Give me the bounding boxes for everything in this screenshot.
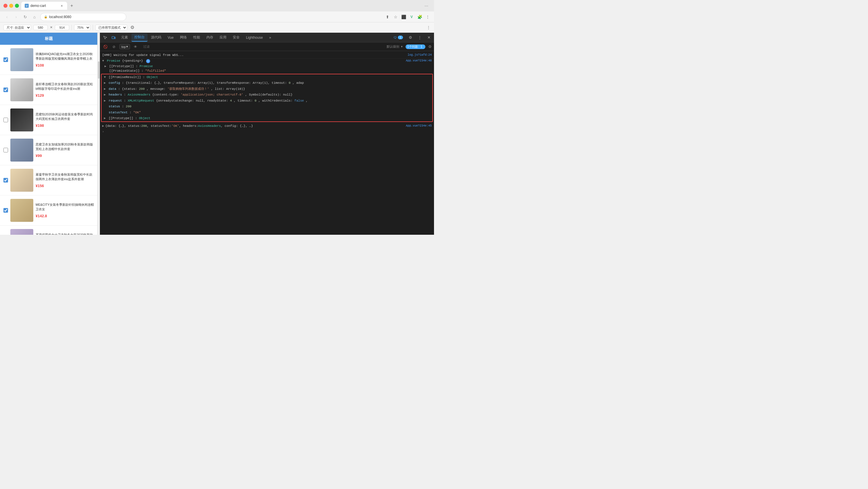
address-bar[interactable]: 🔒 localhost:8080: [40, 13, 126, 21]
console-settings-icon[interactable]: ⚙: [428, 44, 432, 49]
home-button[interactable]: ⌂: [31, 13, 38, 20]
tab-vue[interactable]: Vue: [165, 34, 177, 42]
size-select[interactable]: 尺寸: 自适应: [3, 25, 31, 30]
prototype-expand-icon[interactable]: ▶: [104, 64, 107, 68]
tab-memory[interactable]: 内存: [204, 34, 216, 42]
zoom-select[interactable]: 75%: [74, 25, 90, 30]
config-line: ▶ config : {transitional: {…}, transform…: [102, 80, 432, 86]
devtools-close-icon[interactable]: ✕: [425, 34, 433, 42]
tab-sources[interactable]: 源代码: [148, 34, 164, 42]
product-image-3: [10, 108, 33, 131]
product-item: 嘉轩希连帽卫衣女春秋薄款2020新款宽松bf韩版字母印花中长款外套ins潮 ¥1…: [0, 75, 97, 105]
device-emulation-icon[interactable]: [110, 34, 118, 42]
clear-console-icon[interactable]: 🚫: [102, 44, 108, 50]
hmr-text: [HMR] Waiting for update signal from WDS…: [102, 53, 405, 58]
product-price-6: ¥142.8: [36, 214, 94, 218]
maximize-button[interactable]: [15, 4, 19, 8]
extensions2-icon[interactable]: 🧩: [417, 14, 423, 20]
product-checkbox-4[interactable]: [3, 148, 8, 152]
expand-icon-final[interactable]: ▶: [102, 124, 104, 129]
product-checkbox-1[interactable]: [3, 57, 8, 62]
request-value: {onreadystatechange: null, readyState:: [156, 99, 230, 102]
close-button[interactable]: [3, 4, 7, 8]
request-expand-icon[interactable]: ▶: [104, 98, 107, 103]
request-line: ▶ request : XMLHttpRequest {onreadystate…: [102, 98, 432, 104]
data-line: ▶ data : {status: 200 , message: '获取购物车列…: [102, 86, 432, 92]
lock-icon: 🔒: [44, 15, 48, 19]
width-input[interactable]: [33, 25, 48, 30]
product-name-2: 嘉轩希连帽卫衣女春秋薄款2020新款宽松bf韩版字母印花中长款外套ins潮: [36, 82, 94, 91]
share-icon[interactable]: ⬆: [384, 14, 391, 20]
scrollbar[interactable]: [98, 33, 100, 235]
tab-console[interactable]: 控制台: [131, 34, 148, 42]
tab-lighthouse[interactable]: Lighthouse: [243, 34, 266, 42]
dimension-separator: ✕: [50, 26, 53, 29]
headers-rest: , Symbol(defaults): null}: [245, 93, 292, 96]
proto2-expand-icon[interactable]: ▶: [104, 116, 107, 121]
sensor-icon[interactable]: ⚙: [129, 25, 135, 30]
address-text: localhost:8080: [49, 15, 71, 19]
minimize-button[interactable]: [9, 4, 13, 8]
product-info-1: 班佩BANQIAO超光ins潮卫衣女士2020秋季新款韩版宽松慵懒风薄款外套带帽…: [36, 52, 94, 67]
svg-rect-0: [112, 36, 114, 39]
tab-security[interactable]: 安全: [230, 34, 243, 42]
menu-icon[interactable]: ⋮: [425, 14, 431, 20]
scrollbar-thumb[interactable]: [98, 61, 100, 78]
request-end: ,: [306, 99, 308, 102]
final-status: 200: [141, 124, 147, 129]
product-name-4: 思蜜卫衣女加绒加厚2020秋冬装新款韩版宽松上衣连帽中长款外套: [36, 142, 94, 151]
inspect-element-icon[interactable]: [101, 34, 109, 42]
product-checkbox-5[interactable]: [3, 178, 8, 183]
refresh-button[interactable]: ↻: [22, 13, 29, 20]
tab-close-button[interactable]: ✕: [60, 4, 64, 8]
block-icon[interactable]: ⊘: [111, 44, 117, 50]
devtools-more-icon[interactable]: ⋮: [415, 34, 424, 42]
back-button[interactable]: ‹: [3, 13, 10, 20]
config-expand-icon[interactable]: ▶: [104, 80, 107, 86]
data-expand-icon[interactable]: ▶: [104, 87, 107, 92]
product-item: 幂凝假两件女士卫衣秋冬女装2020年新款韩版宽松春秋季薄款ins潮外套 ¥219: [0, 226, 97, 235]
throttle-select[interactable]: 已停用节流模式: [95, 25, 127, 30]
product-name-3: 思蜜怡2020休闲运动套装女春季新款时尚大码宽松长袖卫衣两件套: [36, 112, 94, 121]
extensions-icon[interactable]: ⬛: [401, 14, 406, 20]
prompt-icon: ›: [102, 130, 104, 133]
proto2-sep: :: [135, 117, 139, 120]
tab-demo-cart[interactable]: V demo-cart ✕: [21, 2, 67, 10]
promise-result-header: ▼ [[PromiseResult]] : Object: [102, 74, 432, 80]
bookmark-icon[interactable]: ☆: [393, 14, 398, 20]
vue-icon[interactable]: V: [409, 14, 414, 20]
promise-info-icon[interactable]: i: [146, 59, 150, 63]
more-options-icon[interactable]: ⋮: [427, 25, 431, 30]
request-type: XMLHttpRequest: [128, 99, 156, 102]
config-rest: , adap: [292, 81, 304, 85]
new-tab-button[interactable]: +: [68, 2, 75, 9]
tab-network[interactable]: 网络: [177, 34, 190, 42]
devtools-settings-icon[interactable]: ⚙: [406, 34, 414, 42]
product-checkbox-3[interactable]: [3, 118, 8, 122]
headers-value: {content-type:: [152, 93, 181, 96]
tab-performance[interactable]: 性能: [190, 34, 203, 42]
product-checkbox-6[interactable]: [3, 208, 8, 213]
tab-more[interactable]: »: [267, 34, 274, 42]
product-image-6: [10, 199, 33, 222]
product-price-2: ¥129: [36, 93, 94, 98]
eye-icon[interactable]: 👁: [132, 44, 138, 50]
product-checkbox-2[interactable]: [3, 88, 8, 92]
result-expand-icon[interactable]: ▼: [104, 75, 107, 80]
frame-context-dropdown[interactable]: top ▾: [119, 44, 130, 50]
prototype-sep: :: [136, 65, 140, 68]
final-st: 'OK': [172, 124, 179, 129]
headers-expand-icon[interactable]: ▶: [104, 92, 107, 97]
promise-state-line: [[PromiseState]] : "fulfilled": [100, 69, 434, 73]
console-output[interactable]: [HMR] Waiting for update signal from WDS…: [100, 51, 434, 235]
result-key: [[PromiseResult]]: [109, 75, 141, 79]
final-data-line: ▶ {data: {…}, status: 200 , statusText: …: [100, 123, 434, 130]
promise-expand-icon[interactable]: ▼: [102, 59, 105, 63]
forward-button[interactable]: ›: [12, 13, 20, 20]
tab-application[interactable]: 应用: [217, 34, 229, 42]
data-comma: , message:: [147, 87, 167, 91]
tab-elements[interactable]: 元素: [118, 34, 131, 42]
final-rest3: , config: {…}, …}: [221, 124, 253, 129]
height-input[interactable]: [55, 25, 69, 30]
product-price-3: ¥198: [36, 123, 94, 128]
